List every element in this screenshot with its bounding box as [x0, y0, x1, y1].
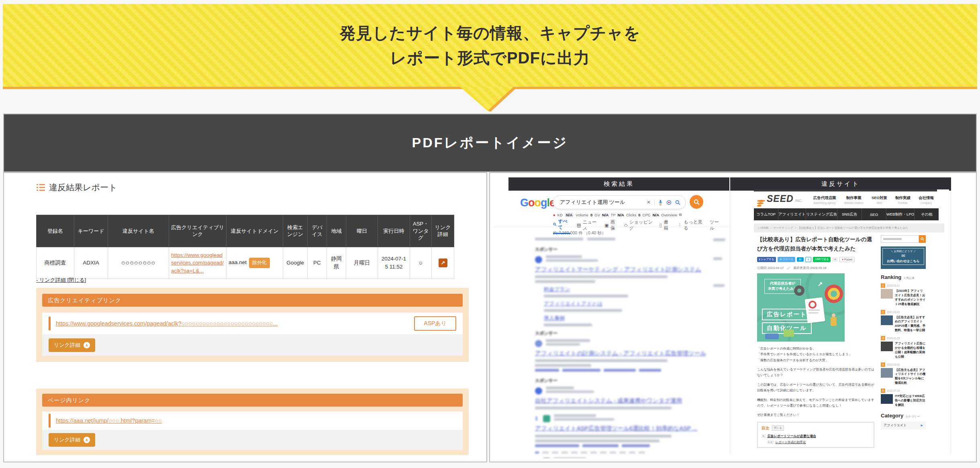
toc-item[interactable]: 1.広告レポートツールが必要な場合	[762, 434, 870, 438]
top-nav-item[interactable]: 会社情報Company	[919, 195, 934, 204]
contact-banner[interactable]: ＼ お気軽にどうぞ ／ ✉ お問い合わせはこちら	[881, 246, 926, 269]
blurred-link	[535, 444, 579, 447]
result-header: 1	[535, 414, 717, 423]
search-input[interactable]	[881, 235, 919, 243]
toc-subitem[interactable]: 1.1.レポート作成の効率化	[767, 440, 870, 444]
tab-images[interactable]: ▣画像	[604, 219, 618, 234]
logo-letter: G	[520, 197, 528, 209]
paragraph: 機能別、料金別の比較表に加えて、モデルプランごとの料金まで算出していますので、レ…	[757, 397, 874, 409]
rank-badge: 3	[881, 336, 885, 340]
cell-datetime: 2024-07-15 11:52	[378, 247, 410, 279]
ad-result-title[interactable]: アフィリエイトマーケティング・アフィリエイト計測システム	[535, 266, 717, 273]
menu-icon[interactable]: ≡	[832, 257, 838, 262]
favicon	[543, 415, 550, 422]
asp-exists-button[interactable]: ASPあり	[414, 316, 456, 331]
link-detail-button[interactable]: リンク詳細 ∧	[49, 338, 95, 352]
col-keyword: キーワード	[74, 215, 108, 247]
sitelink-title[interactable]: 導入事例	[544, 315, 717, 322]
dot-icon: ●	[553, 213, 555, 217]
mic-icon[interactable]	[658, 199, 663, 206]
blurred-source	[546, 387, 594, 395]
seed-logo-icon	[757, 200, 765, 207]
hatena-share-button[interactable]: B!	[797, 257, 803, 262]
section-header: 広告クリエイティブリンク	[42, 294, 463, 307]
tab-tools[interactable]: ツール	[710, 219, 722, 234]
nav-item-affiliate[interactable]: アフィリエイト	[778, 208, 806, 220]
sitelink: 料金プラン	[544, 286, 717, 297]
organic-result-title[interactable]: アフィリエイトASP広告管理ツール6選比較！効率的なASP ...	[535, 425, 717, 432]
ad-creative-link[interactable]: https://www.googleadservices.com/pagead/…	[171, 252, 224, 274]
search-icon[interactable]	[675, 200, 680, 205]
paragraph: 「複数の広告媒体のデータを分析するのが大変」	[757, 358, 874, 363]
cell-device: PC	[308, 247, 327, 279]
sitelink-title[interactable]: アフィリエイトアドとは	[544, 300, 717, 307]
metric-label[interactable]: Overview	[661, 213, 677, 217]
sitelink-title[interactable]: 料金プラン	[544, 286, 717, 293]
facebook-share-button[interactable]: fシェアする	[757, 257, 776, 262]
col-datetime: 実行日時	[378, 215, 410, 247]
paragraph: ぜひ最後までご覧ください！	[757, 412, 874, 418]
twitter-share-button[interactable]: ➤ツイート	[778, 257, 795, 262]
nav-item-seo[interactable]: SEO	[862, 208, 886, 220]
nav-item-listing-ads[interactable]: リスティング広告	[806, 208, 837, 220]
top-nav-item[interactable]: SEO対策SEO	[872, 195, 887, 204]
link-detail-toggle[interactable]: - リンク詳細 [閉じる]	[36, 277, 86, 284]
cell-engine: Google	[283, 247, 308, 279]
rank-title: ITP対応とは？WEB広告への影響と対応方法を解説	[895, 394, 926, 407]
search-button[interactable]	[919, 235, 926, 243]
site-top-nav: 広告代理店業Advertising agency 制作事業Website cre…	[813, 195, 934, 204]
rank-title: 【広告主も必見】アフィリエイトサイトの種類を6大ジャンル毎に徹底比較	[895, 368, 926, 386]
line-share-button[interactable]: LINEで送る	[813, 257, 831, 262]
breadcrumb[interactable]: ⌂ HOME ＞ マーケティング ＞ 【比較表あり】広告レポート自動化ツールの選…	[754, 224, 944, 232]
sidebar-search	[881, 235, 926, 243]
link-row: https://www.googleadservices.com/pagead/…	[42, 313, 463, 334]
gear-hole	[797, 289, 801, 293]
blurred-line	[535, 359, 668, 362]
nav-item-web-lpo[interactable]: WEB制作・LPO	[886, 208, 914, 220]
nav-item-other[interactable]: その他	[914, 208, 939, 220]
clear-icon[interactable]: ✕	[647, 199, 651, 205]
placeholder-bar	[883, 238, 902, 240]
ad-creative-url-link[interactable]: https://www.googleadservices.com/pagead/…	[56, 320, 407, 327]
google-logo: Google	[520, 197, 555, 209]
twitter-icon: ➤	[780, 258, 782, 261]
nav-item-sns-ads[interactable]: SNS広告	[837, 208, 862, 220]
banner-pointer	[460, 87, 517, 112]
link-detail-button-label: リンク詳細	[54, 436, 80, 444]
page-link-section: ページ内リンク https://aaa.net/jump/○○○.html?pa…	[36, 389, 469, 455]
top-nav-item[interactable]: 広告代理店業Advertising agency	[813, 195, 836, 204]
ranking-item[interactable]: 12023.03.01 【2023年】アフィリエイト広告主必見！おすすめのポイン…	[881, 283, 926, 307]
blurred-link	[562, 369, 600, 372]
ranking-item[interactable]: 52022.07.20 ITP対応とは？WEB広告への影響と対応方法を解説	[881, 389, 926, 407]
page-url-link[interactable]: https://aaa.net/jump/○○○.html?param=○○	[56, 417, 456, 424]
site-header: SEED INC. 広告代理店業Advertising agency 制作事業W…	[757, 192, 934, 208]
top-nav-item[interactable]: 制作事業Website creation	[844, 195, 864, 204]
sponsored-label: スポンサー	[535, 378, 717, 384]
toc-close-button[interactable]: 閉じる	[772, 425, 784, 431]
seed-logo[interactable]: SEED INC.	[757, 193, 802, 207]
tab-shopping[interactable]: ◇ショッピング	[624, 219, 653, 234]
nav-item-column-top[interactable]: コラムTOP	[754, 208, 778, 220]
extension-search-button[interactable]	[690, 195, 703, 209]
thumbnail	[881, 289, 893, 299]
top-nav-item[interactable]: 制作実績Portfolio	[895, 195, 911, 204]
ranking-item[interactable]: 42022.03.01 【広告主も必見】アフィリエイトサイトの種類を6大ジャンル…	[881, 362, 926, 386]
tab-books[interactable]: ▯書籍	[659, 219, 671, 234]
category-item[interactable]: アフィリエイト ▶	[881, 421, 926, 429]
tab-more[interactable]: ⋮もっと見る	[678, 219, 703, 234]
lens-icon[interactable]	[666, 200, 672, 205]
external-link-icon[interactable]: ↗	[439, 258, 447, 267]
ad-result-title[interactable]: アフィリエイトの計測システム - アフィリエイト広告管理ツール	[535, 350, 717, 357]
pocket-share-button[interactable]: ♥Pocket	[839, 257, 855, 262]
link-detail-button[interactable]: リンク詳細 ∧	[49, 433, 95, 447]
metric-value: N/A	[602, 213, 608, 217]
ranking-item[interactable]: 32023.01.05 アフィリエイト広告にかかる全般的な相場を公開！成果報酬の…	[881, 336, 926, 359]
blurred-metrics-row	[535, 452, 717, 454]
ranking-item[interactable]: 22021.03.01 【広告主必見】おすすめのアフィリエイトASP25選！費用…	[881, 310, 926, 333]
google-search-input[interactable]: アフィリエイト運用 ツール ✕	[553, 195, 686, 209]
rank-title: 【2023年】アフィリエイト広告主必見！おすすめのポイントサイト25選を徹底解説	[895, 289, 926, 307]
link-detail-button-label: リンク詳細	[54, 342, 80, 349]
cell-day: 月曜日	[346, 247, 378, 279]
ad-result-title[interactable]: 自社アフィリエイトシステム - 成果連携やワンタグ運用	[535, 397, 717, 404]
contact-label: お問い合わせはこちら	[887, 259, 920, 263]
